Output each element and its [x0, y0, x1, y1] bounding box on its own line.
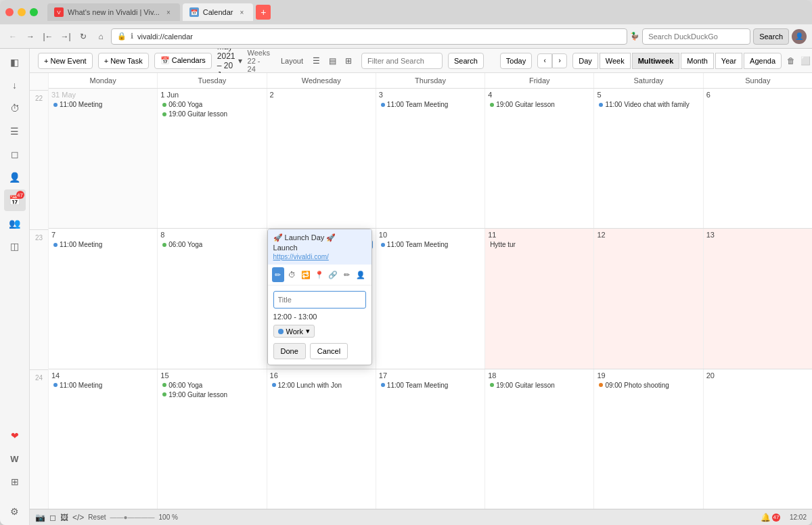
search-input[interactable]	[642, 28, 750, 45]
fullscreen-button[interactable]	[30, 8, 38, 16]
day-18jun[interactable]: 18 19:00 Guitar lesson	[485, 369, 594, 509]
date-range-dropdown[interactable]: ▾	[238, 56, 242, 66]
trash-icon[interactable]: 🗑	[787, 53, 795, 68]
camera-icon[interactable]: 📷	[35, 513, 45, 522]
close-button[interactable]	[5, 8, 14, 16]
event-yoga-8jun[interactable]: 06:00 Yoga	[160, 240, 263, 249]
view-multiweek[interactable]: Multiweek	[632, 53, 680, 69]
minimize-button[interactable]	[18, 8, 26, 16]
next-arrow[interactable]: ›	[552, 53, 567, 68]
day-9jun[interactable]: 9 🚀 Launch Day 🚀	[267, 229, 376, 368]
popup-cancel-button[interactable]: Cancel	[310, 343, 348, 359]
event-teammeeting-10jun[interactable]: 11:00 Team Meeting	[379, 240, 482, 249]
settings-icon[interactable]: ⚙	[4, 501, 26, 522]
event-lunch-16jun[interactable]: 12:00 Lunch with Jon	[270, 381, 373, 390]
day-11jun[interactable]: 11 Hytte tur	[485, 229, 594, 368]
event-hyttetur-11jun[interactable]: Hytte tur	[488, 240, 591, 249]
day-2jun[interactable]: 2	[267, 89, 376, 228]
popup-link-icon[interactable]: 🔗	[327, 267, 339, 282]
event-video-5jun[interactable]: 11:00 Video chat with family	[597, 100, 700, 109]
share-icon[interactable]: ⬜	[800, 53, 811, 68]
popup-location-icon[interactable]: 📍	[313, 267, 325, 282]
address-bar[interactable]: 🔒 ℹ vivaldi://calendar	[111, 28, 627, 45]
event-guitar-15jun[interactable]: 19:00 Guitar lesson	[160, 390, 263, 399]
calendars-button[interactable]: 📅 Calendars	[154, 53, 212, 69]
event-teammeeting-3jun[interactable]: 11:00 Team Meeting	[379, 100, 482, 109]
popup-edit-icon[interactable]: ✏	[272, 267, 284, 282]
tab-vivaldi[interactable]: V What's new in Vivaldi | Viv... ×	[47, 3, 180, 21]
view-year[interactable]: Year	[715, 53, 742, 69]
event-guitar-4jun[interactable]: 19:00 Guitar lesson	[488, 100, 591, 109]
popup-clock-icon[interactable]: ⏱	[286, 267, 298, 282]
view-week[interactable]: Week	[600, 53, 631, 69]
new-task-button[interactable]: + New Task	[98, 53, 149, 69]
search-calendar-button[interactable]: Search	[448, 53, 484, 69]
vivaldi-icon[interactable]: ❤	[4, 425, 26, 447]
popup-repeat-icon[interactable]: 🔁	[299, 267, 311, 282]
download-icon[interactable]: ↓	[4, 74, 26, 96]
day-1jun[interactable]: 1 Jun 06:00 Yoga 19:00 Guitar lesson	[158, 89, 267, 228]
new-tab-button[interactable]: +	[256, 5, 271, 20]
history-icon[interactable]: ⏱	[4, 97, 26, 119]
day-14jun[interactable]: 14 11:00 Meeting	[49, 369, 158, 509]
day-4jun[interactable]: 4 19:00 Guitar lesson	[485, 89, 594, 228]
event-meeting-14jun[interactable]: 11:00 Meeting	[51, 381, 154, 390]
event-photo-19jun[interactable]: 09:00 Photo shooting	[597, 381, 700, 390]
first-page-button[interactable]: |←	[41, 29, 55, 44]
event-teammeeting-17jun[interactable]: 11:00 Team Meeting	[379, 381, 482, 390]
feed-icon[interactable]: ◫	[4, 235, 26, 257]
tab-vivaldi-close[interactable]: ×	[164, 7, 173, 17]
day-3jun[interactable]: 3 11:00 Team Meeting	[376, 89, 485, 228]
day-8jun[interactable]: 8 06:00 Yoga	[158, 229, 267, 368]
search-button[interactable]: Search	[753, 28, 789, 45]
prev-arrow[interactable]: ‹	[537, 53, 552, 68]
day-5jun[interactable]: 5 11:00 Video chat with family	[594, 89, 703, 228]
layout-grid-icon[interactable]: ⊞	[341, 53, 356, 68]
tab-calendar-close[interactable]: ×	[237, 7, 246, 17]
day-20jun[interactable]: 20	[704, 369, 812, 509]
back-button[interactable]: ←	[5, 29, 20, 44]
day-19jun[interactable]: 19 09:00 Photo shooting	[594, 369, 703, 509]
day-31may[interactable]: 31 May 11:00 Meeting	[49, 89, 158, 228]
popup-attendee-icon[interactable]: 👤	[355, 267, 367, 282]
event-yoga-15jun[interactable]: 06:00 Yoga	[160, 381, 263, 390]
today-button[interactable]: Today	[500, 53, 532, 69]
home-button[interactable]: ⌂	[93, 29, 108, 44]
image-icon[interactable]: 🖼	[60, 513, 68, 522]
tab-calendar[interactable]: 📅 Calendar ×	[183, 3, 254, 21]
event-guitar-18jun[interactable]: 19:00 Guitar lesson	[488, 381, 591, 390]
event-guitar-1jun[interactable]: 19:00 Guitar lesson	[160, 110, 263, 118]
forward-button[interactable]: →	[23, 29, 38, 44]
contacts-icon[interactable]: 👤	[4, 166, 26, 188]
add-webpanel-icon[interactable]: ⊞	[4, 471, 26, 493]
notification-badge-area[interactable]: 🔔 47	[761, 513, 780, 522]
user-avatar[interactable]: 👤	[792, 29, 807, 44]
wiki-icon[interactable]: W	[4, 448, 26, 470]
layout-list-icon[interactable]: ☰	[309, 53, 323, 68]
view-agenda[interactable]: Agenda	[744, 53, 782, 69]
popup-done-button[interactable]: Done	[273, 343, 306, 359]
contacts2-icon[interactable]: 👥	[4, 212, 26, 234]
calendar-sidebar-icon[interactable]: 📅 47	[4, 189, 26, 211]
day-10jun[interactable]: 10 11:00 Team Meeting	[376, 229, 485, 368]
event-meeting-7jun[interactable]: 11:00 Meeting	[51, 240, 154, 249]
day-16jun[interactable]: 16 12:00 Lunch with Jon	[267, 369, 376, 509]
view-month[interactable]: Month	[681, 53, 714, 69]
reset-label[interactable]: Reset	[88, 513, 106, 521]
filter-input[interactable]	[361, 53, 443, 69]
panel-icon[interactable]: ◧	[4, 51, 26, 73]
popup-note-icon[interactable]: ✏	[341, 267, 353, 282]
code-icon[interactable]: </>	[72, 513, 84, 522]
last-page-button[interactable]: →|	[58, 29, 73, 44]
day-6jun[interactable]: 6	[704, 89, 812, 228]
bookmarks-icon[interactable]: ☰	[4, 120, 26, 142]
day-17jun[interactable]: 17 11:00 Team Meeting	[376, 369, 485, 509]
popup-event-link[interactable]: https://vivaldi.com/	[273, 253, 366, 260]
popup-calendar-tag[interactable]: Work ▾	[273, 325, 315, 338]
day-15jun[interactable]: 15 06:00 Yoga 19:00 Guitar lesson	[158, 369, 267, 509]
day-13jun[interactable]: 13	[704, 229, 812, 368]
event-yoga-1jun[interactable]: 06:00 Yoga	[160, 100, 263, 109]
view-day[interactable]: Day	[572, 53, 598, 69]
mail-icon[interactable]: ◻	[4, 143, 26, 165]
day-7jun[interactable]: 7 11:00 Meeting	[49, 229, 158, 368]
